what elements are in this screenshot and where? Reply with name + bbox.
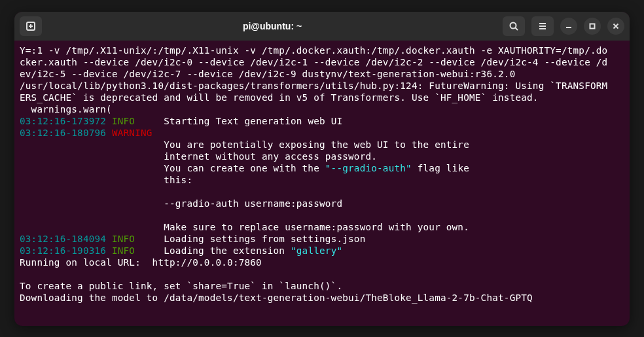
minimize-icon — [565, 22, 573, 30]
svg-rect-9 — [590, 24, 595, 28]
hamburger-icon — [537, 21, 548, 31]
log-level-info: INFO — [106, 234, 158, 244]
output-line: ERS_CACHE` is deprecated and will be rem… — [20, 92, 539, 103]
search-button[interactable] — [503, 16, 525, 36]
log-message: Make sure to replace username:password w… — [20, 222, 602, 232]
close-icon — [612, 22, 620, 30]
titlebar-left — [20, 16, 42, 36]
log-message: internet without any access password. — [20, 151, 602, 162]
close-button[interactable] — [607, 18, 624, 35]
log-level-warning: WARNING — [106, 128, 158, 138]
log-level-info: INFO — [106, 116, 158, 126]
maximize-icon — [588, 22, 596, 30]
log-message: Starting Text generation web UI — [158, 116, 596, 126]
log-message: Loading the extension — [158, 245, 291, 256]
log-message: You can create one with the — [20, 163, 325, 173]
log-value: "gallery" — [291, 245, 342, 256]
output-line: warnings.warn( — [20, 104, 112, 115]
log-timestamp: 03:12:16-190316 — [20, 245, 106, 256]
log-message — [20, 186, 602, 197]
log-message: Loading settings from settings.json — [158, 234, 596, 244]
log-message: this: — [20, 175, 602, 185]
new-tab-icon — [26, 21, 36, 31]
log-message: flag like — [412, 163, 602, 173]
maximize-button[interactable] — [584, 18, 601, 35]
output-line: Running on local URL: http://0.0.0.0:786… — [20, 257, 262, 268]
log-message — [20, 210, 602, 221]
log-timestamp: 03:12:16-180796 — [20, 128, 106, 138]
terminal-output[interactable]: Y=:1 -v /tmp/.X11-unix/:/tmp/.X11-unix -… — [14, 41, 630, 326]
log-timestamp: 03:12:16-184094 — [20, 234, 106, 244]
window-title: pi@ubuntu: ~ — [47, 21, 497, 31]
output-line: cker.xauth --device /dev/i2c-0 --device … — [20, 57, 607, 67]
titlebar: pi@ubuntu: ~ — [14, 12, 630, 41]
log-flag: "--gradio-auth" — [325, 163, 412, 173]
titlebar-right — [503, 16, 624, 36]
log-message: --gradio-auth username:password — [20, 198, 602, 209]
output-line: Y=:1 -v /tmp/.X11-unix/:/tmp/.X11-unix -… — [20, 45, 607, 56]
output-line: Downloading the model to /data/models/te… — [20, 293, 533, 303]
output-line: /usr/local/lib/python3.10/dist-packages/… — [20, 80, 607, 91]
terminal-window: pi@ubuntu: ~ — [14, 12, 630, 326]
log-message — [342, 245, 607, 256]
log-message: You are potentially exposing the web UI … — [20, 139, 602, 150]
new-tab-button[interactable] — [20, 16, 42, 36]
menu-button[interactable] — [531, 16, 554, 36]
output-line: ev/i2c-5 --device /dev/i2c-7 --device /d… — [20, 69, 515, 79]
log-level-info: INFO — [106, 245, 158, 256]
log-timestamp: 03:12:16-173972 — [20, 116, 106, 126]
svg-line-4 — [516, 27, 518, 30]
search-icon — [509, 21, 519, 31]
output-line: To create a public link, set `share=True… — [20, 281, 342, 291]
svg-point-3 — [510, 22, 516, 28]
minimize-button[interactable] — [560, 18, 577, 35]
